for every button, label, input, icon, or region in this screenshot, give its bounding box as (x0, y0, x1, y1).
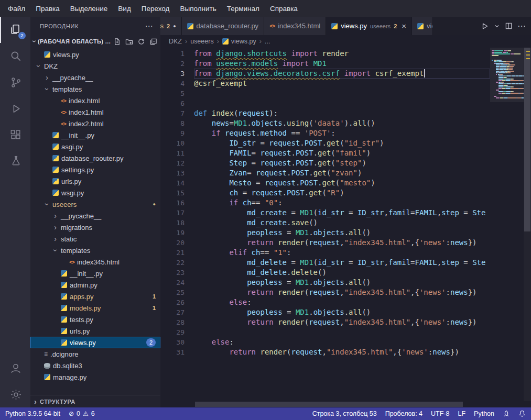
folder-pycache[interactable]: ›__pycache__ (30, 72, 160, 83)
more-actions-icon[interactable]: ⋯ (145, 21, 153, 31)
breadcrumb-symbol[interactable]: ... (265, 38, 270, 45)
code-line[interactable]: def index(request): (194, 108, 490, 118)
menu-go[interactable]: Переход (137, 3, 175, 15)
menu-terminal[interactable]: Терминал (222, 3, 264, 15)
activity-explorer-button[interactable]: 2 (0, 17, 30, 43)
status-python-version[interactable]: Python 3.9.5 64-bit (5, 407, 60, 420)
activity-search-button[interactable] (0, 43, 30, 69)
code-line[interactable]: news=MD1.objects.using('daata').all() (194, 118, 490, 128)
scrollbar-thumb[interactable] (195, 402, 463, 407)
code-line[interactable]: Zvan= request.POST.get("zvan") (194, 168, 490, 178)
folder-dkz[interactable]: ›DKZ (30, 60, 160, 72)
code-line[interactable]: Mesto = request.POST.get("mesto") (194, 178, 490, 188)
scrollbar-thumb[interactable] (524, 48, 530, 231)
code-line[interactable]: else: (194, 297, 490, 307)
activity-settings-button[interactable] (0, 381, 30, 407)
file-admin-py[interactable]: admin.py (30, 279, 160, 291)
code-line[interactable]: peopless = MD1.objects.all() (194, 228, 490, 238)
file-index2-html[interactable]: <>index2.html (30, 118, 160, 129)
code-line[interactable]: peopless = MD1.objects.all() (194, 307, 490, 317)
menu-edit[interactable]: Правка (31, 3, 64, 15)
code-line[interactable]: ch = request.POST.get("R") (194, 188, 490, 198)
status-encoding[interactable]: UTF-8 (431, 407, 449, 420)
minimap[interactable] (490, 48, 524, 401)
code-line[interactable]: Step = request.POST.get("step") (194, 158, 490, 168)
file-db-sqlite3[interactable]: db.sqlite3 (30, 360, 160, 371)
new-folder-icon[interactable] (125, 38, 133, 46)
vertical-scrollbar[interactable] (524, 48, 531, 401)
run-dropdown-chevron-icon[interactable] (494, 23, 500, 29)
code-line[interactable]: md_delete.delete() (194, 268, 490, 278)
status-problems[interactable]: ⊘0⚠6 (69, 407, 95, 420)
code-line[interactable]: if ch== "0": (194, 198, 490, 208)
file-apps-py[interactable]: apps.py1 (30, 291, 160, 302)
menu-view[interactable]: Вид (113, 3, 135, 15)
folder-pycache[interactable]: ›__pycache__ (30, 210, 160, 222)
code-line[interactable]: md_delete = MD1(id_str = ID_str,famil=FA… (194, 258, 490, 268)
collapse-all-icon[interactable] (149, 38, 157, 46)
tab-views-py[interactable]: views.pyuseeers2× (326, 17, 412, 35)
code-line[interactable] (194, 98, 490, 108)
code-line[interactable]: md_create.save() (194, 218, 490, 228)
more-actions-icon[interactable]: ⋯ (517, 21, 526, 31)
horizontal-scrollbar[interactable] (160, 401, 531, 407)
tab-database-roouter-py[interactable]: database_roouter.py (182, 17, 265, 35)
breadcrumb-views-py[interactable]: views.py (222, 38, 256, 45)
code-line[interactable]: md_create = MD1(id_str = ID_str,famil=FA… (194, 208, 490, 218)
folder-templates[interactable]: ›templates (30, 83, 160, 95)
code-line[interactable] (194, 89, 490, 98)
code-line[interactable]: peopless = MD1.objects.all() (194, 278, 490, 288)
tab-views-py-2[interactable]: views.py (412, 17, 433, 35)
code-line[interactable]: from useeers.models import MD1 (194, 59, 490, 69)
activity-testing-button[interactable] (0, 148, 30, 174)
folder-migrations[interactable]: ›migrations (30, 222, 160, 233)
status-indentation[interactable]: Пробелов: 4 (385, 407, 422, 420)
code-line[interactable]: return render(request,"index345.html",{'… (194, 317, 490, 327)
folder-useeers[interactable]: ›useeers● (30, 198, 160, 210)
menu-selection[interactable]: Выделение (66, 3, 113, 15)
file-views-py[interactable]: views.py (30, 49, 160, 60)
tab-diiits[interactable]: diiits2● (160, 17, 182, 35)
status-language[interactable]: Python (474, 407, 494, 420)
code-line[interactable] (194, 327, 490, 337)
status-eol[interactable]: LF (458, 407, 465, 420)
activity-extensions-button[interactable] (0, 121, 30, 148)
file-views-py[interactable]: views.py2 (30, 337, 160, 348)
workspace-section-header[interactable]: › (РАБОЧАЯ ОБЛАСТЬ) ... (30, 35, 160, 48)
rocket-icon[interactable] (503, 410, 510, 417)
file-settings-py[interactable]: settings.py (30, 164, 160, 175)
code-line[interactable]: from django.shortcuts import render (194, 49, 490, 59)
breadcrumb-dkz[interactable]: DKZ (169, 38, 182, 45)
outline-section-header[interactable]: › СТРУКТУРА (30, 395, 160, 407)
menu-help[interactable]: Справка (265, 3, 302, 15)
file-wsgi-py[interactable]: wsgi.py (30, 187, 160, 198)
code-line[interactable]: else: (194, 337, 490, 347)
folder-static[interactable]: ›static (30, 233, 160, 245)
file-database-roouter-py[interactable]: database_roouter.py (30, 152, 160, 164)
tab-close-icon[interactable]: × (402, 21, 406, 30)
file-urls-py[interactable]: urls.py (30, 325, 160, 337)
code-line[interactable]: return render(request,"index345.html",{'… (194, 288, 490, 297)
status-cursor-position[interactable]: Строка 3, столбец 53 (312, 407, 377, 420)
code-line[interactable]: if request.method == 'POST': (194, 128, 490, 138)
menu-run[interactable]: Выполнить (175, 3, 221, 15)
refresh-icon[interactable] (137, 38, 145, 46)
activity-source-control-button[interactable] (0, 69, 30, 95)
file-dcignore[interactable]: ≡.dcignore (30, 348, 160, 360)
menu-file[interactable]: Файл (3, 3, 30, 15)
code-line[interactable]: @csrf_exempt (194, 79, 490, 89)
breadcrumb-useeers[interactable]: useeers (190, 38, 213, 45)
folder-templates[interactable]: ›templates (30, 245, 160, 256)
activity-account-button[interactable] (0, 355, 30, 381)
code-line[interactable]: return render(request,"index345.html",{'… (194, 347, 490, 357)
code-line[interactable]: FAMIL= request.POST.get("famil") (194, 148, 490, 158)
file-index1-html[interactable]: <>index1.html (30, 106, 160, 118)
code-line[interactable]: elif ch== "1": (194, 248, 490, 258)
code-line[interactable]: ID_str = request.POST.get("id_str") (194, 138, 490, 148)
file-tests-py[interactable]: tests.py (30, 314, 160, 325)
file-index-html[interactable]: <>index.html (30, 95, 160, 106)
new-file-icon[interactable] (113, 38, 121, 46)
file-init-py[interactable]: __init__.py (30, 129, 160, 141)
notifications-bell-icon[interactable] (518, 410, 526, 417)
file-urls-py[interactable]: urls.py (30, 175, 160, 187)
